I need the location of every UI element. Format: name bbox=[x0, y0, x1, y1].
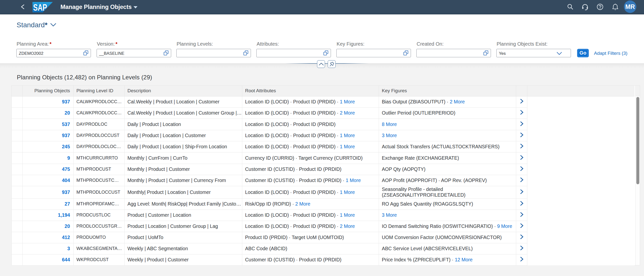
svg-text:SAP: SAP bbox=[33, 3, 47, 13]
